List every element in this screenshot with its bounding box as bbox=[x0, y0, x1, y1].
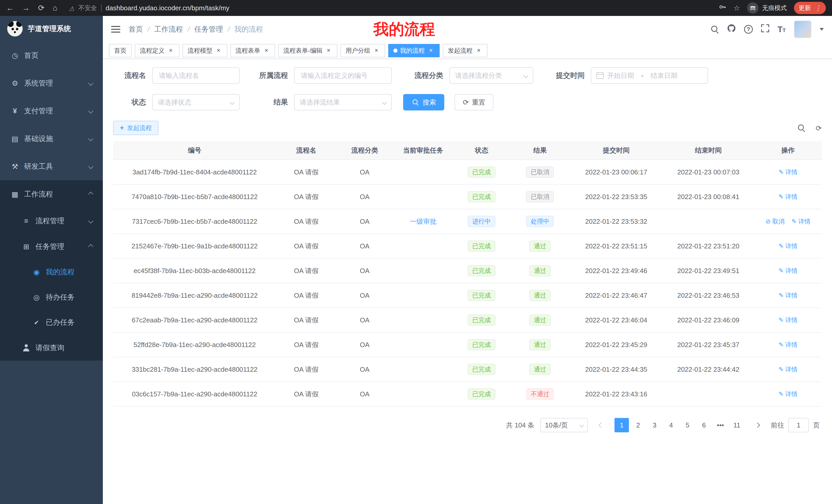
sidebar-item-done-tasks[interactable]: 已办任务 bbox=[0, 310, 103, 335]
tab[interactable]: 发起流程 bbox=[443, 44, 488, 57]
forward-icon[interactable]: → bbox=[22, 4, 30, 12]
status-placeholder: 请选择状态 bbox=[158, 98, 191, 107]
sidebar-item-devtools[interactable]: 研发工具 bbox=[0, 152, 103, 180]
detail-link[interactable]: 详情 bbox=[779, 390, 798, 398]
reset-button[interactable]: 重置 bbox=[454, 94, 493, 110]
process-name-input[interactable] bbox=[152, 67, 240, 84]
reload-icon[interactable]: ⟳ bbox=[38, 4, 45, 12]
app-logo-row[interactable]: 芋道管理系统 bbox=[0, 16, 103, 41]
detail-link[interactable]: 详情 bbox=[779, 193, 798, 201]
end-date-placeholder: 结束日期 bbox=[651, 71, 677, 80]
sidebar-item-my-process[interactable]: 我的流程 bbox=[0, 259, 103, 285]
fullscreen-icon[interactable] bbox=[761, 24, 769, 34]
page-number-button[interactable]: 11 bbox=[730, 418, 744, 432]
chevron-down-icon bbox=[230, 100, 235, 105]
menu-label: 首页 bbox=[24, 51, 38, 60]
font-size-icon[interactable] bbox=[778, 25, 786, 34]
tab-label: 用户分组 bbox=[345, 47, 370, 55]
tab-label: 首页 bbox=[114, 47, 127, 55]
home-icon[interactable]: ⌂ bbox=[53, 4, 57, 12]
page-number-button[interactable]: 4 bbox=[664, 418, 678, 432]
breadcrumb-task-management[interactable]: 任务管理 bbox=[194, 24, 223, 34]
refresh-icon bbox=[463, 98, 469, 107]
breadcrumb-workflow[interactable]: 工作流程 bbox=[154, 24, 183, 34]
breadcrumb-home[interactable]: 首页 bbox=[129, 24, 143, 34]
detail-link[interactable]: 详情 bbox=[779, 242, 798, 250]
detail-link[interactable]: 详情 bbox=[779, 316, 798, 324]
search-button[interactable]: 搜索 bbox=[403, 94, 444, 110]
sidebar-item-system[interactable]: 系统管理 bbox=[0, 69, 103, 97]
detail-link[interactable]: 详情 bbox=[779, 341, 798, 349]
github-icon[interactable] bbox=[727, 24, 736, 35]
url-text[interactable]: dashboard.yudao.iocoder.cn/bpm/task/my bbox=[106, 4, 229, 12]
tab-close-icon[interactable] bbox=[215, 47, 222, 54]
detail-link[interactable]: 详情 bbox=[779, 291, 798, 300]
tab[interactable]: 我的流程 bbox=[388, 44, 440, 57]
sidebar-item-payment[interactable]: 支付管理 bbox=[0, 97, 103, 125]
tab[interactable]: 流程表单-编辑 bbox=[278, 44, 337, 57]
update-button[interactable]: 更新 bbox=[794, 2, 826, 14]
tab-close-icon[interactable] bbox=[325, 47, 332, 54]
tab[interactable]: 首页 bbox=[109, 44, 132, 57]
col-end-time: 结束时间 bbox=[662, 141, 754, 160]
detail-link[interactable]: 详情 bbox=[779, 267, 798, 275]
next-page-button[interactable] bbox=[750, 418, 765, 432]
detail-link[interactable]: 详情 bbox=[791, 217, 810, 226]
category-select[interactable]: 请选择流程分类 bbox=[449, 67, 533, 84]
page-number-button[interactable]: 5 bbox=[680, 418, 695, 432]
tab-close-icon[interactable] bbox=[373, 47, 380, 54]
sidebar-item-task-management[interactable]: 任务管理 bbox=[0, 234, 103, 259]
page-number-button[interactable]: 6 bbox=[697, 418, 711, 432]
browser-menu-icon[interactable] bbox=[814, 4, 821, 12]
detail-link[interactable]: 详情 bbox=[779, 365, 798, 373]
detail-link[interactable]: 详情 bbox=[779, 168, 798, 176]
cancel-link[interactable]: 取消 bbox=[766, 217, 785, 226]
detail-label: 详情 bbox=[798, 217, 811, 226]
sidebar-item-todo-tasks[interactable]: 待办任务 bbox=[0, 285, 103, 310]
tab[interactable]: 流程模型 bbox=[183, 44, 227, 57]
goto-page-input[interactable] bbox=[788, 418, 809, 432]
sidebar-item-leave-query[interactable]: 请假查询 bbox=[0, 335, 103, 361]
page-size-select[interactable]: 10条/页 bbox=[541, 418, 588, 432]
tab-close-icon[interactable] bbox=[167, 47, 174, 54]
tab-close-icon[interactable] bbox=[263, 47, 270, 54]
filter-category-label: 流程分类 bbox=[403, 71, 443, 80]
sidebar-item-home[interactable]: 首页 bbox=[0, 41, 103, 69]
table-refresh-icon[interactable] bbox=[816, 123, 822, 133]
current-task-link[interactable]: 一级审批 bbox=[410, 218, 437, 225]
avatar[interactable] bbox=[794, 21, 811, 38]
tab[interactable]: 流程定义 bbox=[135, 44, 179, 57]
filter-time-label: 提交时间 bbox=[545, 71, 585, 80]
tab[interactable]: 流程表单 bbox=[230, 44, 275, 57]
address-bar[interactable]: 不安全 dashboard.yudao.iocoder.cn/bpm/task/… bbox=[69, 3, 710, 13]
caret-down-icon[interactable] bbox=[820, 28, 824, 31]
back-icon[interactable]: ← bbox=[6, 4, 14, 12]
tab-close-icon[interactable] bbox=[427, 47, 435, 54]
page-number-button[interactable]: ••• bbox=[713, 418, 728, 432]
detail-label: 详情 bbox=[785, 168, 798, 176]
sidebar-item-workflow[interactable]: 工作流程 bbox=[0, 180, 103, 208]
cell-category: OA bbox=[336, 160, 393, 185]
toggle-search-icon[interactable] bbox=[797, 124, 805, 132]
result-select[interactable]: 请选择流结果 bbox=[294, 94, 392, 110]
create-process-button[interactable]: 发起流程 bbox=[113, 121, 158, 135]
password-key-icon[interactable] bbox=[719, 3, 726, 13]
process-definition-input[interactable] bbox=[294, 67, 392, 84]
page-number-button[interactable]: 3 bbox=[647, 418, 662, 432]
status-select[interactable]: 请选择状态 bbox=[152, 94, 240, 110]
sidebar-item-infrastructure[interactable]: 基础设施 bbox=[0, 125, 103, 152]
cell-end-time: 2022-01-22 23:51:20 bbox=[662, 234, 754, 258]
process-table: 编号 流程名 流程分类 当前审批任务 状态 结果 提交时间 结束时间 操作 bbox=[113, 141, 822, 407]
page-number-button[interactable]: 1 bbox=[615, 418, 629, 432]
collapse-sidebar-icon[interactable] bbox=[111, 26, 120, 33]
submit-time-range-picker[interactable]: 开始日期 - 结束日期 bbox=[591, 67, 708, 84]
tab-close-icon[interactable] bbox=[475, 47, 482, 54]
bookmark-star-icon[interactable]: ☆ bbox=[733, 4, 740, 12]
annotation-text: 我的流程 bbox=[373, 19, 435, 40]
tab[interactable]: 用户分组 bbox=[340, 44, 385, 57]
page-number-button[interactable]: 2 bbox=[631, 418, 645, 432]
sidebar-item-process-management[interactable]: 流程管理 bbox=[0, 208, 103, 234]
prev-page-button[interactable] bbox=[594, 418, 608, 432]
search-icon[interactable] bbox=[711, 25, 719, 33]
help-icon[interactable] bbox=[744, 25, 753, 34]
